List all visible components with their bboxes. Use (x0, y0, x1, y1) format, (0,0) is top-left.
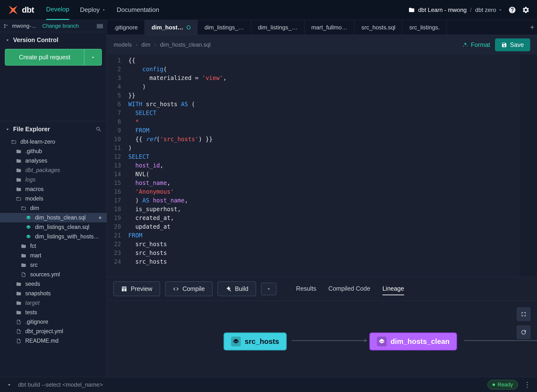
refresh-button[interactable] (517, 325, 531, 339)
save-icon (501, 42, 507, 48)
lineage-canvas[interactable]: src_hostsdim_hosts_cleandim_listings_wit… (107, 301, 537, 377)
chevron-down-icon (102, 8, 106, 12)
tree-item-dbt-learn-zero[interactable]: dbt-learn-zero (0, 137, 107, 147)
chevron-down-icon (498, 8, 502, 12)
build-dropdown[interactable] (261, 283, 277, 295)
folder-icon (20, 244, 27, 249)
bc-dim[interactable]: dim (141, 42, 150, 48)
tree-item-sources-yml[interactable]: sources.yml (0, 270, 107, 279)
file-icon (16, 319, 22, 325)
compile-button[interactable]: Compile (165, 281, 213, 296)
bottom-toolbar: Preview Compile Build Results Compiled C… (107, 277, 537, 301)
tree-item-tests[interactable]: tests (0, 308, 107, 317)
add-tab-button[interactable]: + (527, 20, 537, 35)
folder-icon (16, 187, 22, 192)
lineage-node-dim_hosts_clean[interactable]: dim_hosts_clean (369, 332, 457, 350)
sql-icon (25, 234, 32, 239)
bc-file[interactable]: dim_hosts_clean.sql (160, 42, 211, 48)
folder-icon (16, 168, 22, 173)
build-button[interactable]: Build (217, 281, 256, 296)
tree-item-dbt-project-yml[interactable]: dbt_project.yml (0, 327, 107, 336)
logo-text: dbt (22, 5, 34, 15)
search-icon[interactable] (95, 126, 102, 132)
code-editor[interactable]: 123456789101112131415161718192021222324 … (107, 55, 537, 277)
create-pr-button[interactable]: Create pull request (5, 49, 84, 66)
dirty-indicator (99, 217, 101, 219)
tab-dim-listings--[interactable]: dim_listings_… (198, 20, 251, 35)
tree-item--gitignore[interactable]: .gitignore (0, 317, 107, 327)
tree-item-dbt-packages[interactable]: dbt_packages (0, 166, 107, 175)
tree-item-src[interactable]: src (0, 260, 107, 270)
tab-src-hosts-sql[interactable]: src_hosts.sql (355, 20, 402, 35)
tree-item-mart[interactable]: mart (0, 251, 107, 260)
tab-dim-listings--[interactable]: dim_listings_… (251, 20, 304, 35)
file-explorer-panel: File Explorer dbt-learn-zero.githubanaly… (0, 121, 107, 377)
folder-icon (408, 7, 415, 13)
chevron-right-icon: › (136, 42, 138, 48)
more-icon[interactable]: ⋮ (524, 381, 531, 389)
git-branch-icon (3, 23, 9, 29)
tab--gitignore[interactable]: .gitignore (107, 20, 145, 35)
expand-icon[interactable] (6, 382, 12, 388)
folder-icon (16, 177, 22, 183)
tree-item-dim[interactable]: dim (0, 203, 107, 213)
gear-icon[interactable] (522, 6, 530, 14)
tree-item-fct[interactable]: fct (0, 241, 107, 251)
folder-icon (20, 253, 27, 258)
tab-results[interactable]: Results (296, 283, 316, 295)
tab-lineage[interactable]: Lineage (382, 283, 404, 295)
file-icon (20, 272, 27, 277)
version-control-header[interactable]: Version Control (5, 36, 102, 44)
tree-item-target[interactable]: target (0, 298, 107, 308)
env-name: dbt zero (475, 7, 502, 13)
bc-models[interactable]: models (114, 42, 132, 48)
lineage-edge (292, 340, 367, 341)
nav-deploy[interactable]: Deploy (80, 0, 106, 20)
help-icon[interactable] (508, 6, 516, 14)
top-nav: dbt Develop Deploy Documentation dbt Lea… (0, 0, 537, 20)
tree-item-seeds[interactable]: seeds (0, 279, 107, 289)
tree-item-analyses[interactable]: analyses (0, 156, 107, 166)
tree-item-dim-listings-clean-sql[interactable]: dim_listings_clean.sql (0, 222, 107, 232)
code-content[interactable]: {{ config( materialized = 'view', )}}WIT… (125, 55, 537, 277)
tree-item-dim-hosts-clean-sql[interactable]: dim_hosts_clean.sql (0, 213, 107, 222)
folder-open-icon (11, 139, 17, 145)
sidebar: mwong-d… Change branch Version Control C… (0, 20, 107, 377)
save-button[interactable]: Save (495, 38, 530, 51)
minimap[interactable] (520, 55, 537, 277)
nav-develop[interactable]: Develop (46, 0, 69, 20)
tree-item-dim-listings-with-hosts-[interactable]: dim_listings_with_hosts… (0, 232, 107, 241)
tree-item-models[interactable]: models (0, 194, 107, 203)
tree-item--github[interactable]: .github (0, 147, 107, 156)
sql-icon (25, 225, 32, 230)
tab-compiled[interactable]: Compiled Code (329, 283, 370, 295)
cube-icon (377, 337, 387, 346)
pr-dropdown-button[interactable] (84, 49, 102, 66)
folder-open-icon (20, 206, 27, 211)
tab-dim-host-[interactable]: dim_host… (145, 20, 198, 35)
tab-src-listings-[interactable]: src_listings. (402, 20, 447, 35)
preview-button[interactable]: Preview (113, 281, 160, 296)
nav-right: dbt Learn - mwong / dbt zero (408, 6, 530, 14)
chevron-right-icon: › (154, 42, 156, 48)
tree-item-logs[interactable]: logs (0, 175, 107, 184)
tree-item-readme-md[interactable]: README.md (0, 336, 107, 346)
tab-mart-fullmo-[interactable]: mart_fullmo… (304, 20, 355, 35)
format-button[interactable]: Format (462, 41, 490, 48)
book-icon[interactable] (96, 23, 103, 29)
project-selector[interactable]: dbt Learn - mwong / dbt zero (408, 7, 503, 13)
folder-icon (16, 291, 22, 296)
file-explorer-header[interactable]: File Explorer (0, 121, 107, 137)
tree-item-macros[interactable]: macros (0, 184, 107, 194)
editor-area: .gitignoredim_host…dim_listings_…dim_lis… (107, 20, 537, 377)
sparkle-icon (462, 42, 468, 48)
nav-links: Develop Deploy Documentation (46, 0, 159, 20)
folder-icon (16, 300, 22, 306)
command-input[interactable]: dbt build --select <model_name> (18, 381, 482, 388)
tree-item-snapshots[interactable]: snapshots (0, 289, 107, 298)
change-branch-link[interactable]: Change branch (42, 23, 79, 29)
file-icon (16, 338, 22, 344)
lineage-node-src_hosts[interactable]: src_hosts (224, 332, 287, 350)
fullscreen-button[interactable] (517, 307, 531, 321)
nav-documentation[interactable]: Documentation (117, 0, 159, 20)
